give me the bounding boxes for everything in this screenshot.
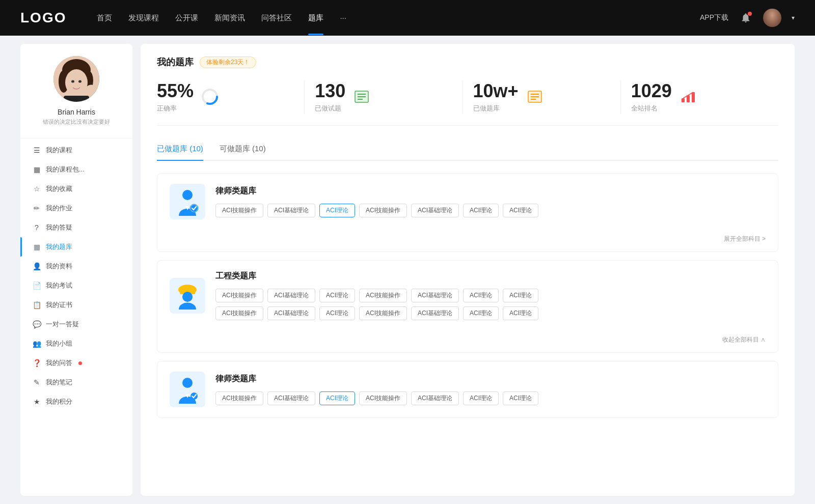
stat-questions-label: 已做试题: [315, 104, 345, 113]
bank-icon-wrap-3: [170, 372, 205, 407]
bank-tag[interactable]: ACI技能操作: [215, 204, 263, 217]
collapse-link[interactable]: 收起全部科目 ∧: [722, 336, 766, 343]
nav-more[interactable]: ···: [340, 13, 346, 23]
sidebar-item-my-exam[interactable]: 📄 我的考试: [20, 276, 132, 295]
bank-icon-wrap: [170, 184, 205, 219]
bank-tag[interactable]: ACI理论: [503, 306, 538, 320]
bank-tag[interactable]: ACI理论: [463, 289, 499, 302]
sidebar-avatar: [53, 56, 99, 102]
bank-section-lawyer-1: 律师类题库 ACI技能操作 ACI基础理论 ACI理论 ACI技能操作 ACI基…: [157, 173, 778, 252]
bank-tag[interactable]: ACI理论: [319, 289, 355, 302]
sidebar-item-label: 我的收藏: [46, 184, 72, 193]
nav-news[interactable]: 新闻资讯: [214, 13, 245, 23]
sidebar-item-label: 我的问答: [46, 358, 72, 368]
sidebar-item-one-on-one[interactable]: 💬 一对一答疑: [20, 315, 132, 334]
sidebar-item-my-points[interactable]: ★ 我的积分: [20, 392, 132, 411]
bank-tag[interactable]: ACI基础理论: [267, 391, 315, 405]
bank-tags-engineer-row1: ACI技能操作 ACI基础理论 ACI理论 ACI技能操作 ACI基础理论 AC…: [215, 289, 766, 302]
bank-tag[interactable]: ACI技能操作: [215, 289, 263, 302]
questions-badge: [78, 361, 82, 365]
nav-open-course[interactable]: 公开课: [175, 13, 198, 23]
sidebar-item-my-course[interactable]: ☰ 我的课程: [20, 141, 132, 160]
accuracy-chart-icon: [201, 88, 219, 106]
stat-accuracy-content: 55% 正确率: [157, 80, 194, 113]
bank-tag[interactable]: ACI理论: [463, 204, 499, 217]
sidebar-item-my-profile[interactable]: 👤 我的资料: [20, 257, 132, 276]
bank-tag[interactable]: ACI技能操作: [359, 306, 407, 320]
stat-bank-done: 10w+ 已做题库: [463, 80, 621, 113]
bank-tag[interactable]: ACI理论: [503, 204, 538, 217]
bank-tag-active[interactable]: ACI理论: [319, 391, 355, 405]
questions-icon: [352, 88, 371, 106]
star-icon: ☆: [33, 185, 41, 193]
nav-question-bank[interactable]: 题库: [308, 13, 323, 23]
sidebar-item-label: 我的证书: [46, 300, 72, 310]
bank-tag[interactable]: ACI技能操作: [359, 204, 407, 217]
sidebar-item-my-notes[interactable]: ✎ 我的笔记: [20, 373, 132, 392]
app-download-button[interactable]: APP下载: [700, 13, 728, 22]
sidebar-divider-1: [20, 138, 132, 138]
bank-tags-3: ACI技能操作 ACI基础理论 ACI理论 ACI技能操作 ACI基础理论 AC…: [215, 391, 538, 405]
sidebar-item-label: 我的积分: [46, 397, 72, 406]
nav-discover[interactable]: 发现课程: [128, 13, 159, 23]
bank-tag[interactable]: ACI技能操作: [215, 306, 263, 320]
sidebar-item-label: 我的课程包...: [46, 165, 85, 174]
sidebar-item-label: 我的资料: [46, 262, 72, 271]
bank-tag-active[interactable]: ACI理论: [319, 204, 355, 217]
bank-tag[interactable]: ACI理论: [463, 391, 499, 405]
tab-available-banks[interactable]: 可做题库 (10): [220, 140, 266, 160]
bank-footer-engineer: 收起全部科目 ∧: [157, 330, 778, 352]
lawyer-icon-2: [175, 376, 200, 404]
stat-rank: 1029 全站排名: [621, 80, 778, 113]
sidebar-item-label: 我的作业: [46, 204, 72, 213]
tab-done-banks[interactable]: 已做题库 (10): [157, 140, 203, 160]
sidebar-item-favorites[interactable]: ☆ 我的收藏: [20, 179, 132, 199]
expand-link[interactable]: 展开全部科目 >: [724, 235, 766, 242]
bank-tag[interactable]: ACI基础理论: [411, 391, 459, 405]
bank-tag[interactable]: ACI基础理论: [411, 289, 459, 302]
user-avatar[interactable]: [763, 9, 781, 27]
sidebar-item-question-bank[interactable]: ▦ 我的题库: [20, 237, 132, 257]
stat-rank-label: 全站排名: [631, 104, 672, 113]
sidebar-item-my-group[interactable]: 👥 我的小组: [20, 334, 132, 353]
avatar-chevron-icon[interactable]: ▾: [792, 14, 795, 21]
sidebar-menu: ☰ 我的课程 ▦ 我的课程包... ☆ 我的收藏 ✏ 我的作业 ? 我的答疑 ▦…: [20, 141, 132, 411]
sidebar-item-course-package[interactable]: ▦ 我的课程包...: [20, 160, 132, 179]
points-icon: ★: [33, 398, 41, 406]
bank-section-lawyer-2: 律师类题库 ACI技能操作 ACI基础理论 ACI理论 ACI技能操作 ACI基…: [157, 361, 778, 418]
stat-rank-content: 1029 全站排名: [631, 80, 672, 113]
sidebar-item-label: 我的笔记: [46, 378, 72, 387]
homework-icon: ✏: [33, 204, 41, 212]
sidebar-item-my-questions[interactable]: ❓ 我的问答: [20, 353, 132, 373]
bank-tag[interactable]: ACI技能操作: [359, 391, 407, 405]
bank-tag[interactable]: ACI基础理论: [267, 204, 315, 217]
sidebar-item-my-qa[interactable]: ? 我的答疑: [20, 218, 132, 237]
profile-icon: 👤: [33, 262, 41, 270]
bank-tag[interactable]: ACI基础理论: [411, 306, 459, 320]
bank-section-header: 工程类题库 ACI技能操作 ACI基础理论 ACI理论 ACI技能操作 ACI基…: [157, 261, 778, 330]
sidebar-item-certificate[interactable]: 📋 我的证书: [20, 295, 132, 315]
bank-tag[interactable]: ACI理论: [503, 289, 538, 302]
notification-dot: [748, 12, 752, 16]
stat-questions-value: 130: [315, 80, 345, 102]
bank-tag[interactable]: ACI基础理论: [411, 204, 459, 217]
bank-tag[interactable]: ACI技能操作: [215, 391, 263, 405]
sidebar-item-label: 我的答疑: [46, 223, 72, 232]
certificate-icon: 📋: [33, 301, 41, 309]
exam-icon: 📄: [33, 282, 41, 290]
bank-tag[interactable]: ACI基础理论: [267, 289, 315, 302]
svg-rect-21: [682, 98, 685, 102]
bank-tag[interactable]: ACI理论: [503, 391, 538, 405]
nav-home[interactable]: 首页: [97, 13, 112, 23]
bank-icon-wrap-engineer: [170, 278, 205, 314]
bank-tag[interactable]: ACI技能操作: [359, 289, 407, 302]
bank-tag[interactable]: ACI理论: [463, 306, 499, 320]
page-title-row: 我的题库 体验剩余23天！: [157, 56, 778, 68]
bank-section-header: 律师类题库 ACI技能操作 ACI基础理论 ACI理论 ACI技能操作 ACI基…: [157, 174, 778, 230]
course-icon: ☰: [33, 146, 41, 154]
bank-tag[interactable]: ACI基础理论: [267, 306, 315, 320]
nav-qa[interactable]: 问答社区: [261, 13, 292, 23]
notification-bell[interactable]: [739, 11, 753, 25]
bank-tag[interactable]: ACI理论: [319, 306, 355, 320]
sidebar-item-homework[interactable]: ✏ 我的作业: [20, 199, 132, 218]
